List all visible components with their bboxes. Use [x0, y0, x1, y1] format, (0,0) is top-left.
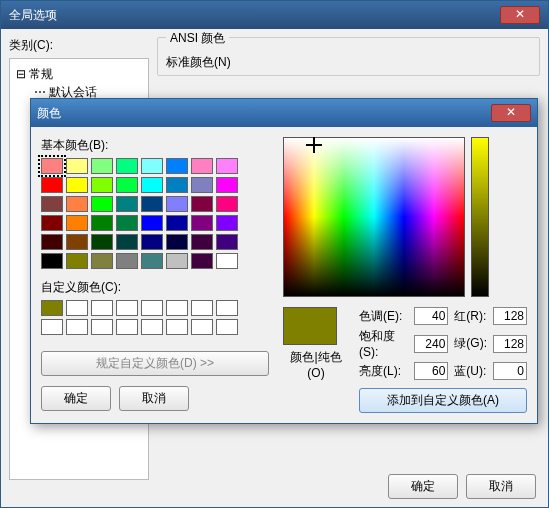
- basic-swatch[interactable]: [66, 196, 88, 212]
- category-label: 类别(C):: [9, 37, 149, 54]
- lum-input[interactable]: [414, 362, 448, 380]
- basic-swatch[interactable]: [191, 253, 213, 269]
- basic-swatch[interactable]: [66, 158, 88, 174]
- basic-swatch[interactable]: [91, 196, 113, 212]
- basic-swatch[interactable]: [166, 177, 188, 193]
- dialog-ok-button[interactable]: 确定: [41, 386, 111, 411]
- custom-color-grid: [41, 300, 269, 335]
- basic-swatch[interactable]: [216, 215, 238, 231]
- basic-swatch[interactable]: [191, 215, 213, 231]
- basic-swatch[interactable]: [141, 234, 163, 250]
- ansi-title: ANSI 颜色: [166, 30, 229, 47]
- basic-swatch[interactable]: [91, 215, 113, 231]
- blue-label: 蓝(U):: [454, 363, 487, 380]
- green-label: 绿(G):: [454, 335, 487, 352]
- define-custom-button[interactable]: 规定自定义颜色(D) >>: [41, 351, 269, 376]
- ansi-group: ANSI 颜色 标准颜色(N): [157, 37, 540, 76]
- basic-swatch[interactable]: [41, 253, 63, 269]
- lum-label: 亮度(L):: [359, 363, 408, 380]
- basic-swatch[interactable]: [166, 158, 188, 174]
- basic-swatch[interactable]: [216, 234, 238, 250]
- basic-swatch[interactable]: [216, 253, 238, 269]
- custom-swatch[interactable]: [216, 319, 238, 335]
- blue-input[interactable]: [493, 362, 527, 380]
- basic-swatch[interactable]: [41, 196, 63, 212]
- basic-swatch[interactable]: [91, 158, 113, 174]
- basic-swatch[interactable]: [216, 196, 238, 212]
- custom-swatch[interactable]: [41, 319, 63, 335]
- basic-swatch[interactable]: [91, 234, 113, 250]
- custom-swatch[interactable]: [91, 319, 113, 335]
- basic-color-grid: [41, 158, 269, 269]
- basic-swatch[interactable]: [216, 158, 238, 174]
- dialog-title: 颜色: [37, 105, 61, 122]
- basic-swatch[interactable]: [116, 177, 138, 193]
- parent-title: 全局选项: [9, 7, 57, 24]
- basic-swatch[interactable]: [141, 215, 163, 231]
- basic-swatch[interactable]: [41, 215, 63, 231]
- basic-swatch[interactable]: [41, 234, 63, 250]
- basic-swatch[interactable]: [116, 196, 138, 212]
- color-gradient-picker[interactable]: [283, 137, 465, 297]
- basic-swatch[interactable]: [116, 253, 138, 269]
- dialog-close-icon[interactable]: ✕: [491, 104, 531, 122]
- basic-swatch[interactable]: [166, 253, 188, 269]
- basic-swatch[interactable]: [66, 234, 88, 250]
- basic-swatch[interactable]: [116, 234, 138, 250]
- hue-label: 色调(E):: [359, 308, 408, 325]
- basic-swatch[interactable]: [141, 177, 163, 193]
- parent-cancel-button[interactable]: 取消: [466, 474, 536, 499]
- color-preview: [283, 307, 337, 345]
- custom-swatch[interactable]: [166, 319, 188, 335]
- basic-swatch[interactable]: [191, 177, 213, 193]
- custom-swatch[interactable]: [191, 300, 213, 316]
- basic-swatch[interactable]: [116, 158, 138, 174]
- custom-swatch[interactable]: [66, 300, 88, 316]
- basic-swatch[interactable]: [141, 253, 163, 269]
- custom-swatch[interactable]: [91, 300, 113, 316]
- custom-swatch[interactable]: [191, 319, 213, 335]
- picker-crosshair: [309, 140, 319, 150]
- tree-root[interactable]: ⊟ 常规: [16, 65, 142, 83]
- basic-swatch[interactable]: [216, 177, 238, 193]
- basic-swatch[interactable]: [66, 215, 88, 231]
- custom-swatch[interactable]: [66, 319, 88, 335]
- custom-swatch[interactable]: [141, 319, 163, 335]
- close-icon[interactable]: ✕: [500, 6, 540, 24]
- basic-swatch[interactable]: [166, 234, 188, 250]
- basic-swatch[interactable]: [91, 253, 113, 269]
- hue-input[interactable]: [414, 307, 448, 325]
- basic-swatch[interactable]: [91, 177, 113, 193]
- basic-swatch[interactable]: [141, 158, 163, 174]
- basic-swatch[interactable]: [41, 177, 63, 193]
- basic-swatch[interactable]: [66, 177, 88, 193]
- basic-colors-label: 基本颜色(B):: [41, 137, 269, 154]
- sat-input[interactable]: [414, 335, 448, 353]
- basic-swatch[interactable]: [116, 215, 138, 231]
- basic-swatch[interactable]: [66, 253, 88, 269]
- parent-ok-button[interactable]: 确定: [388, 474, 458, 499]
- custom-swatch[interactable]: [116, 319, 138, 335]
- custom-swatch[interactable]: [216, 300, 238, 316]
- custom-swatch[interactable]: [41, 300, 63, 316]
- custom-swatch[interactable]: [141, 300, 163, 316]
- custom-swatch[interactable]: [116, 300, 138, 316]
- basic-swatch[interactable]: [191, 158, 213, 174]
- red-label: 红(R):: [454, 308, 487, 325]
- std-colors-label: 标准颜色(N): [166, 54, 531, 71]
- basic-swatch[interactable]: [191, 234, 213, 250]
- add-custom-button[interactable]: 添加到自定义颜色(A): [359, 388, 527, 413]
- custom-swatch[interactable]: [166, 300, 188, 316]
- dialog-cancel-button[interactable]: 取消: [119, 386, 189, 411]
- green-input[interactable]: [493, 335, 527, 353]
- luminance-slider[interactable]: [471, 137, 489, 297]
- dialog-title-bar[interactable]: 颜色 ✕: [31, 99, 537, 127]
- basic-swatch[interactable]: [166, 215, 188, 231]
- red-input[interactable]: [493, 307, 527, 325]
- parent-title-bar[interactable]: 全局选项 ✕: [1, 1, 548, 29]
- basic-swatch[interactable]: [191, 196, 213, 212]
- color-dialog: 颜色 ✕ 基本颜色(B): 自定义颜色(C): 规定自定义颜色(D) >> 确定…: [30, 98, 538, 424]
- basic-swatch[interactable]: [166, 196, 188, 212]
- basic-swatch[interactable]: [41, 158, 63, 174]
- basic-swatch[interactable]: [141, 196, 163, 212]
